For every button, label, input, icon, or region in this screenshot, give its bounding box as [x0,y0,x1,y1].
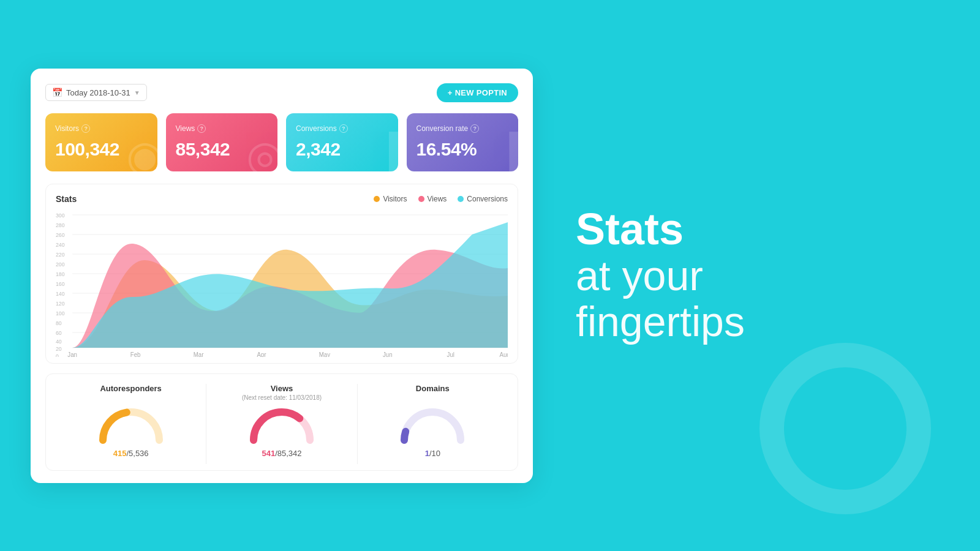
hero-line3: fingertips [576,299,943,345]
total-val-1: 85,342 [277,449,302,458]
dashboard-card: 📅 Today 2018-10-31 ▼ + NEW POPTIN Visito… [31,69,533,483]
hero-line2: at your [576,253,943,299]
stat-card-label-conversions: Conversions ? [296,124,388,133]
chart-header: Stats Visitors Views Conversions [56,194,508,204]
svg-text:100: 100 [56,310,65,316]
svg-text:220: 220 [56,251,65,257]
col-title-0: Autoresponders [100,384,161,393]
new-poptin-button[interactable]: + NEW POPTIN [437,83,518,102]
stat-card-label-visitors: Visitors ? [55,124,148,133]
svg-text:120: 120 [56,300,65,306]
chart-legend: Visitors Views Conversions [374,195,508,203]
chart-area: 300 280 260 240 220 200 180 160 140 120 … [56,210,508,357]
donut-svg-0 [97,407,165,445]
legend-item-visitors: Visitors [374,195,407,203]
donut-svg-1 [248,407,315,445]
svg-text:Feb: Feb [130,351,141,356]
donut-svg-2 [399,407,466,445]
svg-text:180: 180 [56,271,65,277]
stat-card-value-visitors: 100,342 [55,139,148,160]
col-subtitle-2 [432,394,434,401]
chart-title: Stats [56,194,77,204]
svg-text:300: 300 [56,212,65,218]
svg-text:Jul: Jul [447,351,454,356]
svg-text:Mar: Mar [194,351,204,356]
svg-text:Apr: Apr [257,351,266,356]
svg-text:200: 200 [56,261,65,267]
svg-text:Jun: Jun [383,351,393,356]
right-panel: Stats at your fingertips [564,182,980,369]
current-val-0: 415 [113,449,127,458]
stat-card-label-conversion_rate: Conversion rate ? [417,124,509,133]
calendar-icon: 📅 [52,88,62,97]
donut-container-1 [248,407,315,444]
date-picker[interactable]: 📅 Today 2018-10-31 ▼ [45,84,147,101]
col-title-1: Views [271,384,293,393]
legend-dot [458,196,464,202]
legend-item-views: Views [418,195,447,203]
legend-dot [374,196,380,202]
svg-text:Aug: Aug [500,351,508,356]
legend-label: Conversions [467,195,508,203]
stat-card-views: Views ? 85,342 ◎ [166,113,278,171]
stat-cards: Visitors ? 100,342 ◉ Views ? 85,342 ◎ Co… [45,113,518,171]
svg-text:140: 140 [56,290,65,296]
svg-text:May: May [319,351,330,356]
svg-text:Jan: Jan [67,351,77,356]
svg-text:80: 80 [56,320,62,326]
hero-sub1: at your [576,252,703,299]
hero-line1: Stats [576,206,943,253]
stats-chart-section: Stats Visitors Views Conversions 300 280… [45,184,518,364]
total-val-2: 10 [432,449,440,458]
date-label: Today 2018-10-31 [66,88,130,97]
stat-card-value-views: 85,342 [176,139,268,160]
help-icon-views[interactable]: ? [197,124,206,133]
current-val-2: 1 [425,449,429,458]
help-icon-visitors[interactable]: ? [81,124,90,133]
col-title-2: Domains [416,384,450,393]
stat-card-label-views: Views ? [176,124,268,133]
legend-item-conversions: Conversions [458,195,508,203]
legend-dot [418,196,424,202]
col-subtitle-1: (Next reset date: 11/03/2018) [242,394,322,401]
svg-text:280: 280 [56,222,65,228]
bottom-col-0: Autoresponders 415/5,536 [56,384,206,464]
svg-text:60: 60 [56,329,62,335]
svg-text:240: 240 [56,241,65,247]
stat-card-value-conversions: 2,342 [296,139,388,160]
bottom-col-2: Domains 1/10 [358,384,508,464]
help-icon-conversions[interactable]: ? [339,124,348,133]
bottom-section: Autoresponders 415/5,536 Views (Next res… [45,373,518,471]
stat-card-conversion_rate: Conversion rate ? 16.54% ▐ [407,113,519,171]
svg-text:160: 160 [56,280,65,287]
chevron-down-icon: ▼ [134,89,140,96]
hero-bold: Stats [576,204,684,253]
svg-text:0: 0 [56,353,59,356]
top-bar: 📅 Today 2018-10-31 ▼ + NEW POPTIN [45,83,518,102]
left-panel: 📅 Today 2018-10-31 ▼ + NEW POPTIN Visito… [0,0,564,551]
donut-value-2: 1/10 [425,449,440,458]
help-icon-conversion_rate[interactable]: ? [470,124,479,133]
donut-value-1: 541/85,342 [262,449,301,458]
total-val-0: 5,536 [129,449,149,458]
stat-card-value-conversion_rate: 16.54% [417,139,509,160]
donut-value-0: 415/5,536 [113,449,149,458]
current-val-1: 541 [262,449,275,458]
svg-text:20: 20 [56,345,62,351]
donut-container-0 [97,407,165,444]
col-subtitle-0 [130,394,132,401]
stat-card-visitors: Visitors ? 100,342 ◉ [45,113,157,171]
stat-card-conversions: Conversions ? 2,342 ▐ [286,113,398,171]
legend-label: Views [428,195,447,203]
donut-container-2 [399,407,466,444]
svg-text:260: 260 [56,231,65,238]
bottom-col-1: Views (Next reset date: 11/03/2018) 541/… [206,384,357,464]
stats-svg: 300 280 260 240 220 200 180 160 140 120 … [56,210,508,357]
hero-sub2: fingertips [576,298,745,345]
svg-text:40: 40 [56,338,62,344]
hero-text: Stats at your fingertips [576,206,943,344]
legend-label: Visitors [383,195,407,203]
